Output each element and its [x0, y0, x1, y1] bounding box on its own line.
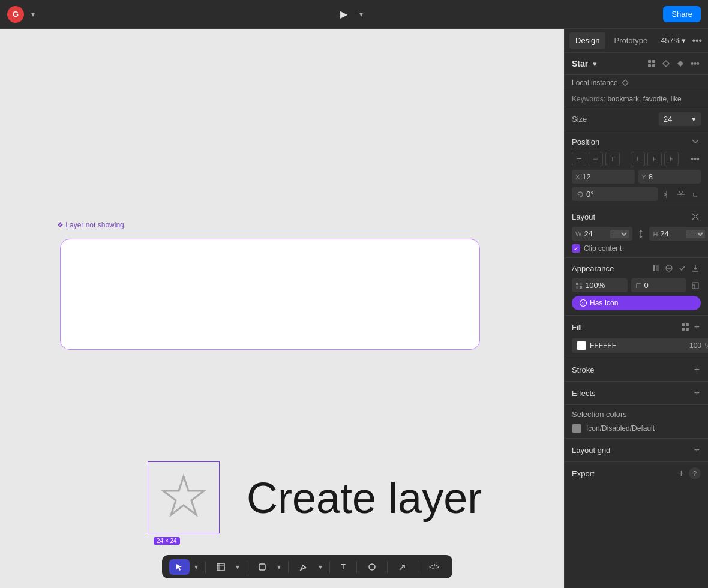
align-center-v-btn[interactable]: ⊦ — [647, 152, 662, 166]
align-more-btn[interactable]: ••• — [689, 153, 701, 165]
size-dropdown[interactable]: 24 ▾ — [659, 112, 701, 126]
h-input-group: H — — [649, 227, 708, 241]
component-more-btn[interactable]: ••• — [689, 58, 701, 70]
fill-opacity-input[interactable] — [683, 341, 701, 350]
has-icon-btn[interactable]: ? Has Icon — [572, 296, 701, 310]
rect-tool-chevron[interactable]: ▾ — [275, 562, 283, 572]
corner-type-btn[interactable] — [690, 278, 701, 292]
layout-grid-section: Layout grid + — [565, 439, 708, 462]
canvas-area[interactable]: ❖ Layer not showing 24 × 24 Create layer… — [0, 29, 564, 588]
topbar-left: G ▾ — [7, 6, 37, 23]
link-dimensions-btn[interactable] — [636, 228, 646, 240]
y-input[interactable] — [649, 172, 673, 181]
layout-header: Layout — [572, 211, 701, 222]
select-tool-chevron[interactable]: ▾ — [192, 562, 200, 572]
position-expand-btn[interactable] — [690, 136, 701, 147]
share-button[interactable]: Share — [663, 6, 701, 22]
ellipse-tool-btn[interactable] — [362, 559, 382, 575]
svg-rect-16 — [576, 283, 578, 285]
layout-grid-add-btn[interactable]: + — [693, 443, 701, 457]
star-icon — [157, 470, 211, 524]
h-input[interactable] — [660, 229, 684, 238]
tab-prototype[interactable]: Prototype — [608, 32, 653, 49]
star-size-label: 24 × 24 — [154, 537, 180, 545]
component-icon-btn[interactable] — [661, 58, 671, 69]
clip-content-label: Clip content — [584, 244, 622, 253]
appearance-icon-2[interactable] — [664, 263, 674, 274]
select-tool-btn[interactable] — [169, 559, 190, 575]
pen-tool-btn[interactable] — [293, 559, 314, 575]
stroke-title: Stroke — [572, 365, 595, 374]
constrain-btn[interactable] — [690, 189, 701, 200]
position-title: Position — [572, 137, 599, 146]
selection-colors-header: Selection colors — [572, 410, 701, 419]
toolbar-bottom: ▾ ▾ ▾ ▾ T — [162, 555, 452, 578]
grid-view-btn[interactable] — [646, 58, 657, 69]
svg-rect-12 — [653, 265, 655, 271]
export-add-btn[interactable]: + — [677, 467, 685, 480]
frame-tool-btn[interactable] — [211, 559, 231, 575]
arrow-tool-btn[interactable] — [392, 559, 413, 575]
corner-input[interactable] — [644, 281, 662, 290]
align-right-btn[interactable]: ⊤ — [605, 152, 620, 166]
h-unit-select[interactable]: — — [686, 230, 705, 238]
export-title: Export — [572, 469, 595, 478]
frame-tool-chevron[interactable]: ▾ — [233, 562, 242, 572]
stroke-add-btn[interactable]: + — [693, 363, 701, 376]
svg-rect-19 — [580, 286, 582, 289]
x-input[interactable] — [582, 172, 606, 181]
flip-h-btn[interactable] — [661, 189, 672, 200]
svg-point-5 — [369, 564, 375, 570]
local-instance-label: Local instance — [572, 79, 618, 87]
flip-v-btn[interactable] — [676, 189, 686, 200]
x-input-group: X — [572, 170, 635, 184]
selection-color-item: Icon/Disabled/Default — [572, 424, 701, 433]
fill-color-swatch[interactable] — [577, 341, 586, 350]
text-tool-btn[interactable]: T — [335, 559, 352, 575]
topbar-center: ▶ ▾ — [335, 6, 365, 22]
help-btn[interactable]: ? — [689, 467, 701, 479]
layout-expand-btn[interactable] — [690, 211, 701, 222]
align-top-btn[interactable]: ⊥ — [631, 152, 645, 166]
appearance-icon-3[interactable] — [677, 263, 688, 274]
tab-design[interactable]: Design — [569, 32, 605, 49]
panel-more-btn[interactable]: ••• — [691, 34, 703, 47]
zoom-value: 457% — [661, 36, 680, 45]
topbar: G ▾ ▶ ▾ Share — [0, 0, 708, 29]
play-button[interactable]: ▶ — [335, 6, 352, 22]
appearance-icons — [650, 263, 701, 274]
code-tool-btn[interactable]: </> — [423, 559, 445, 575]
appearance-icon-1[interactable] — [650, 263, 661, 274]
appearance-section: Appearance — [565, 258, 708, 316]
fill-hex-input[interactable] — [590, 341, 680, 350]
align-bottom-btn[interactable]: ⊧ — [664, 152, 679, 166]
fill-grid-btn[interactable] — [680, 322, 691, 332]
layer-warning: ❖ Layer not showing — [57, 221, 124, 229]
opacity-input[interactable] — [585, 281, 609, 290]
question-icon: ? — [579, 299, 587, 307]
align-left-btn[interactable]: ⊢ — [572, 152, 586, 166]
appearance-icon-4[interactable] — [690, 263, 701, 274]
rect-tool-btn[interactable] — [252, 559, 272, 575]
align-center-h-btn[interactable]: ⊣ — [589, 152, 603, 166]
clip-content-checkbox[interactable]: ✓ — [572, 244, 580, 253]
component-name-chevron[interactable]: ▾ — [590, 58, 599, 70]
play-chevron-btn[interactable]: ▾ — [357, 9, 365, 20]
pen-tool-chevron[interactable]: ▾ — [316, 562, 325, 572]
component-settings-btn[interactable] — [675, 58, 686, 69]
svg-rect-22 — [682, 323, 685, 326]
w-input[interactable] — [584, 229, 608, 238]
panel-tabs: Design Prototype 457% ▾ ••• — [565, 29, 708, 53]
rotation-input[interactable] — [586, 190, 607, 199]
selection-color-swatch[interactable] — [572, 424, 581, 433]
avatar: G — [7, 6, 24, 23]
fill-add-btn[interactable]: + — [693, 320, 701, 334]
avatar-chevron-btn[interactable]: ▾ — [29, 9, 37, 20]
toolbar-divider-1 — [205, 561, 206, 573]
fill-title: Fill — [572, 323, 582, 332]
zoom-display[interactable]: 457% ▾ — [656, 34, 691, 47]
w-unit-select[interactable]: — — [610, 230, 629, 238]
effects-add-btn[interactable]: + — [693, 386, 701, 400]
svg-rect-6 — [648, 60, 651, 63]
create-layer-text: Create layer — [247, 473, 482, 523]
